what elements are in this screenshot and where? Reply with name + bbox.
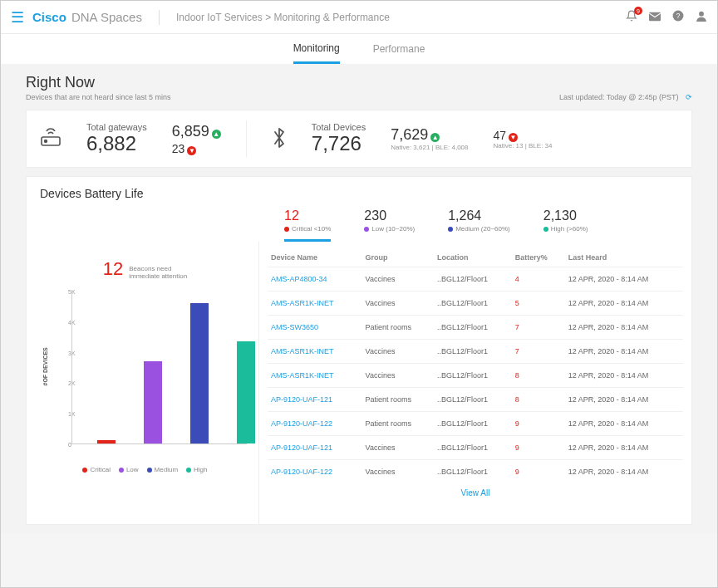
battery-section: Devices Battery Life 12Critical <10%230L… [1, 176, 717, 533]
table-row: AMS-AP4800-34Vaccines..BGL12/Floor1412 A… [268, 267, 683, 292]
cell-battery: 5 [512, 292, 565, 316]
up-icon: ▲ [430, 133, 440, 142]
col-header[interactable]: Battery% [512, 248, 565, 267]
cell-lastheard: 12 APR, 2020 - 8:14 AM [565, 364, 683, 388]
hamburger-icon[interactable]: ☰ [11, 8, 24, 27]
chart-column: 12 Beacons need immediate attention #OF … [27, 242, 259, 524]
refresh-icon[interactable]: ⟳ [686, 93, 692, 101]
metric-value: 12 [284, 208, 331, 223]
top-icons: 9 ? [626, 10, 707, 24]
cell-location: ..BGL12/Floor1 [434, 292, 512, 316]
gateways-label: Total gateways [86, 122, 147, 132]
device-link[interactable]: AP-9120-UAF-122 [271, 468, 332, 476]
tab-monitoring[interactable]: Monitoring [293, 34, 340, 64]
cell-group: Vaccines [362, 460, 434, 484]
col-header[interactable]: Device Name [268, 248, 362, 267]
cell-name: AMS-ASR1K-INET [268, 292, 362, 316]
cell-battery: 9 [512, 412, 565, 436]
cell-battery: 4 [512, 267, 565, 292]
legend-item: Medium [147, 466, 178, 473]
device-link[interactable]: AMS-ASR1K-INET [271, 347, 334, 355]
svg-point-3 [699, 12, 704, 17]
user-icon[interactable] [696, 10, 707, 24]
down-icon: ▼ [187, 146, 196, 155]
breadcrumb-parent[interactable]: Indoor IoT Services [176, 12, 263, 23]
cell-lastheard: 12 APR, 2020 - 8:14 AM [565, 412, 683, 436]
cell-name: AMS-AP4800-34 [268, 267, 362, 292]
table-row: AP-9120-UAF-122Vaccines..BGL12/Floor1912… [268, 460, 683, 484]
total-gateways: Total gateways 6,882 [86, 122, 147, 155]
bar-medium[interactable] [190, 303, 209, 443]
legend-item: High [186, 466, 207, 473]
cell-battery: 7 [512, 340, 565, 364]
help-icon[interactable]: ? [672, 10, 684, 24]
gateway-icon [40, 128, 61, 149]
battery-metric[interactable]: 12Critical <10% [284, 208, 331, 242]
cell-battery: 7 [512, 316, 565, 340]
devices-down-value: 47 [493, 129, 506, 142]
device-link[interactable]: AMS-ASR1K-INET [271, 299, 334, 307]
bar-low[interactable] [144, 361, 162, 443]
cell-battery: 8 [512, 388, 565, 412]
devices-up: 7,629▲ Native: 3,621 | BLE: 4,008 [391, 126, 468, 151]
metric-label: High (>60%) [543, 225, 588, 233]
chart-alert: 12 Beacons need immediate attention [40, 258, 250, 280]
gateways-value: 6,882 [86, 132, 147, 155]
cell-name: AP-9120-UAF-122 [268, 460, 362, 484]
devices-down-sub: Native: 13 | BLE: 34 [493, 142, 552, 149]
col-header[interactable]: Group [362, 248, 434, 267]
cell-lastheard: 12 APR, 2020 - 8:14 AM [565, 460, 683, 484]
cell-group: Vaccines [362, 436, 434, 460]
metric-label: Low (10~20%) [364, 225, 415, 233]
y-axis-label: #OF DEVICES [42, 347, 48, 385]
device-link[interactable]: AP-9120-UAF-122 [271, 419, 332, 428]
logo: Cisco DNA Spaces [32, 10, 142, 24]
view-all: View All [268, 483, 683, 504]
tab-performane[interactable]: Performane [373, 34, 425, 64]
col-header[interactable]: Last Heard [565, 248, 683, 267]
cell-name: AMS-ASR1K-INET [268, 340, 362, 364]
table-row: AP-9120-UAF-122Patient rooms..BGL12/Floo… [268, 412, 683, 436]
svg-text:?: ? [676, 12, 681, 20]
bar-critical[interactable] [97, 440, 116, 443]
table-row: AMS-ASR1K-INETVaccines..BGL12/Floor1712 … [268, 340, 683, 364]
device-link[interactable]: AMS-SW3650 [271, 323, 318, 331]
gateways-down: 23 [172, 142, 185, 155]
battery-metric[interactable]: 1,264Medium (20~60%) [448, 208, 510, 242]
metric-value: 1,264 [448, 208, 510, 223]
cell-location: ..BGL12/Floor1 [434, 267, 512, 292]
device-link[interactable]: AP-9120-UAF-121 [271, 395, 332, 404]
stats-card: Total gateways 6,882 6,859▲ 23▼ Total De… [26, 110, 692, 168]
cell-lastheard: 12 APR, 2020 - 8:14 AM [565, 316, 683, 340]
total-devices: Total Devices 7,726 [312, 122, 366, 155]
col-header[interactable]: Location [434, 248, 512, 267]
table-row: AP-9120-UAF-121Vaccines..BGL12/Floor1912… [268, 436, 683, 460]
gateways-status: 6,859▲ 23▼ [172, 123, 221, 155]
battery-card: Devices Battery Life 12Critical <10%230L… [26, 176, 692, 525]
table-row: AMS-ASR1K-INETVaccines..BGL12/Floor1812 … [268, 364, 683, 388]
battery-metric[interactable]: 2,130High (>60%) [543, 208, 588, 242]
device-link[interactable]: AMS-ASR1K-INET [271, 371, 334, 380]
cell-location: ..BGL12/Floor1 [434, 388, 512, 412]
cell-location: ..BGL12/Floor1 [434, 340, 512, 364]
device-link[interactable]: AP-9120-UAF-121 [271, 443, 332, 452]
cell-location: ..BGL12/Floor1 [434, 436, 512, 460]
logo-product: DNA Spaces [71, 10, 142, 24]
cell-name: AMS-ASR1K-INET [268, 364, 362, 388]
bell-icon[interactable]: 9 [626, 10, 637, 24]
page-tabs: Monitoring Performane [1, 34, 717, 64]
cell-battery: 8 [512, 364, 565, 388]
device-link[interactable]: AMS-AP4800-34 [271, 275, 327, 283]
view-all-link[interactable]: View All [461, 488, 490, 497]
breadcrumb-sep: > [265, 12, 271, 23]
breadcrumb-current: Monitoring & Performance [274, 12, 390, 23]
battery-metric[interactable]: 230Low (10~20%) [364, 208, 415, 242]
cell-location: ..BGL12/Floor1 [434, 364, 512, 388]
cell-name: AP-9120-UAF-121 [268, 388, 362, 412]
bell-badge: 9 [634, 7, 642, 15]
divider [246, 120, 247, 157]
bar-high[interactable] [237, 341, 255, 443]
cell-name: AMS-SW3650 [268, 316, 362, 340]
cell-battery: 9 [512, 460, 565, 484]
mail-icon[interactable] [649, 11, 661, 24]
